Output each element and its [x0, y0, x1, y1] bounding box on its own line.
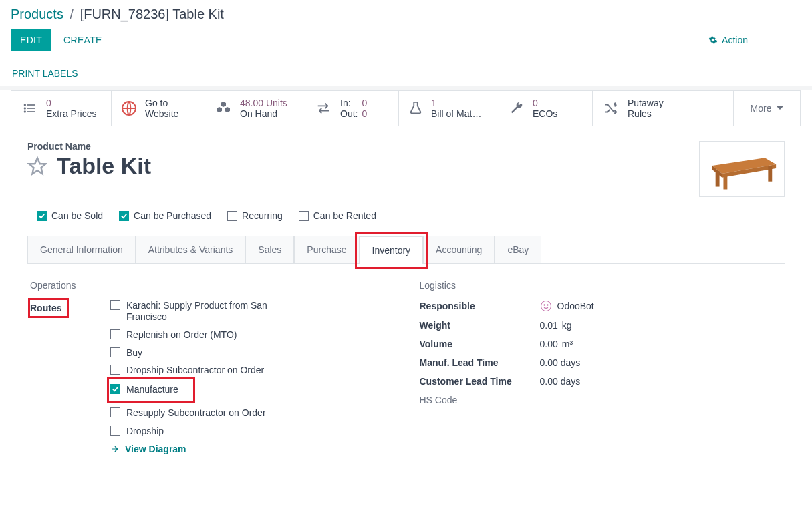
product-name-label: Product Name	[27, 141, 151, 152]
checkbox-icon	[119, 211, 129, 221]
stat-line1: Putaway	[628, 98, 664, 108]
route-resupply[interactable]: Resupply Subcontractor on Order	[110, 407, 393, 419]
stat-label: Bill of Mat…	[431, 108, 481, 119]
route-buy[interactable]: Buy	[110, 347, 393, 359]
tab-accounting[interactable]: Accounting	[423, 236, 495, 263]
stat-onhand[interactable]: 48.00 UnitsOn Hand	[205, 91, 305, 126]
breadcrumb-root[interactable]: Products	[11, 7, 63, 21]
create-button[interactable]: CREATE	[63, 35, 102, 45]
stat-bar: 0Extra Prices Go toWebsite 48.00 UnitsOn…	[11, 91, 801, 126]
checkbox-icon	[110, 347, 120, 357]
svg-rect-3	[27, 108, 35, 109]
svg-rect-10	[716, 171, 720, 187]
stat-putaway[interactable]: PutawayRules	[593, 91, 734, 126]
breadcrumb: Products / [FURN_78236] Table Kit	[0, 0, 812, 25]
responsible-value: OdooBot	[557, 301, 594, 311]
stat-line1: Go to	[145, 98, 178, 108]
clt-label: Customer Lead Time	[420, 376, 540, 387]
stat-moves[interactable]: In:0 Out:0	[305, 91, 399, 126]
checkbox-icon	[110, 365, 120, 375]
logistics-section: Logistics Responsible OdooBot Weight 0.0…	[420, 280, 783, 454]
logistics-title: Logistics	[420, 280, 783, 291]
tab-purchase[interactable]: Purchase	[294, 236, 359, 263]
checkbox-icon	[110, 300, 120, 310]
form-sheet: 0Extra Prices Go toWebsite 48.00 UnitsOn…	[11, 90, 801, 468]
checkbox-icon	[110, 384, 120, 394]
star-icon[interactable]	[27, 156, 47, 176]
checkbox-icon	[110, 426, 120, 436]
stat-label: Extra Prices	[46, 108, 96, 119]
view-diagram-link[interactable]: View Diagram	[110, 444, 393, 454]
breadcrumb-separator: /	[70, 7, 74, 21]
print-labels-button[interactable]: PRINT LABELS	[0, 61, 812, 86]
route-manufacture[interactable]: Manufacture	[109, 379, 193, 401]
hscode-label: HS Code	[420, 395, 540, 405]
volume-unit: m³	[562, 339, 573, 349]
checkbox-icon	[227, 211, 237, 221]
wrench-icon	[509, 101, 525, 116]
shuffle-icon	[602, 101, 620, 116]
stat-value: 0	[533, 98, 557, 108]
chevron-down-icon	[777, 105, 783, 112]
in-label: In:	[340, 98, 351, 108]
svg-point-4	[24, 110, 26, 112]
arrow-right-icon	[110, 444, 120, 454]
routes-label: Routes	[30, 300, 67, 316]
action-label: Action	[722, 35, 748, 45]
route-dropship-subcontractor[interactable]: Dropship Subcontractor on Order	[110, 365, 393, 376]
operations-title: Operations	[30, 280, 393, 291]
edit-button[interactable]: EDIT	[11, 29, 51, 51]
volume-row: Volume 0.00 m³	[420, 339, 783, 349]
check-can-be-purchased[interactable]: Can be Purchased	[119, 210, 211, 221]
svg-rect-1	[27, 104, 35, 106]
toolbar: EDIT CREATE Action	[0, 25, 812, 61]
stat-value: 48.00 Units	[240, 98, 287, 108]
volume-label: Volume	[420, 339, 540, 349]
check-can-be-sold[interactable]: Can be Sold	[37, 210, 103, 221]
out-value: 0	[362, 108, 367, 119]
stat-website[interactable]: Go toWebsite	[112, 91, 205, 126]
product-flags: Can be Sold Can be Purchased Recurring C…	[37, 210, 785, 221]
route-mto[interactable]: Replenish on Order (MTO)	[110, 329, 393, 341]
stat-line2: Website	[145, 108, 178, 119]
weight-value: 0.01	[540, 320, 558, 331]
tab-inventory[interactable]: Inventory	[360, 236, 424, 264]
volume-value: 0.00	[540, 339, 558, 349]
flask-icon	[408, 100, 423, 116]
svg-rect-11	[768, 166, 772, 182]
mlt-label: Manuf. Lead Time	[420, 357, 540, 368]
stat-bom[interactable]: 1Bill of Mat…	[399, 91, 499, 126]
checkbox-icon	[110, 329, 120, 339]
check-can-be-rented[interactable]: Can be Rented	[299, 210, 376, 221]
stat-more[interactable]: More	[734, 91, 801, 126]
weight-unit: kg	[562, 320, 572, 331]
svg-point-15	[547, 305, 548, 306]
stat-label: On Hand	[240, 108, 287, 119]
responsible-label: Responsible	[420, 301, 540, 311]
checkbox-icon	[37, 211, 47, 221]
arrows-icon	[315, 101, 332, 116]
stat-ecos[interactable]: 0ECOs	[499, 91, 593, 126]
svg-point-14	[544, 305, 545, 306]
svg-point-0	[24, 104, 26, 106]
globe-icon	[121, 100, 137, 116]
tab-general[interactable]: General Information	[27, 236, 136, 263]
clt-row: Customer Lead Time 0.00 days	[420, 376, 783, 387]
tab-attributes[interactable]: Attributes & Variants	[136, 236, 246, 263]
action-dropdown[interactable]: Action	[708, 35, 748, 45]
tab-sales[interactable]: Sales	[245, 236, 294, 263]
stat-line2: Rules	[628, 108, 664, 119]
product-image[interactable]	[699, 141, 785, 197]
svg-rect-12	[723, 176, 727, 190]
svg-point-2	[24, 107, 26, 109]
tab-ebay[interactable]: eBay	[495, 236, 541, 263]
stat-extra-prices[interactable]: 0Extra Prices	[11, 91, 112, 126]
checkbox-icon	[110, 407, 120, 417]
boxes-icon	[215, 100, 232, 116]
tabs: General Information Attributes & Variant…	[27, 233, 785, 264]
route-karachi[interactable]: Karachi: Supply Product from San Francis…	[110, 300, 393, 323]
out-label: Out:	[340, 108, 358, 119]
route-dropship[interactable]: Dropship	[110, 426, 393, 437]
list-icon	[21, 102, 38, 115]
check-recurring[interactable]: Recurring	[227, 210, 283, 221]
